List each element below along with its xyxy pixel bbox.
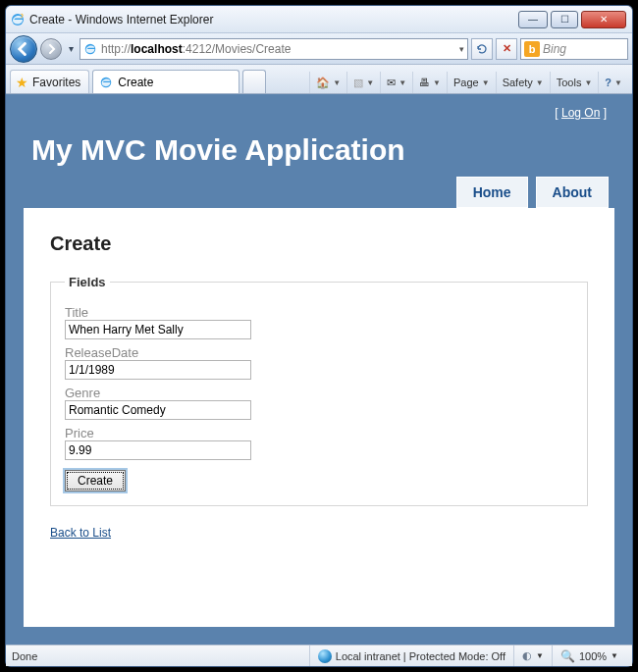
zone-text: Local intranet | Protected Mode: Off [336, 650, 505, 662]
print-icon: 🖶 [419, 77, 430, 88]
safety-menu[interactable]: Safety▼ [496, 72, 550, 93]
mail-button[interactable]: ✉▼ [380, 72, 412, 93]
label-releasedate: ReleaseDate [65, 345, 573, 360]
page-icon [83, 42, 97, 56]
nav-toolbar: ▾ http://localhost:4212/Movies/Create ▾ … [6, 33, 632, 65]
nav-about[interactable]: About [536, 177, 609, 208]
tab-page-icon [99, 76, 113, 89]
arrow-left-icon [17, 42, 30, 56]
search-box[interactable]: b Bing [520, 38, 628, 60]
window: Create - Windows Internet Explorer — ☐ ✕… [5, 5, 633, 667]
input-releasedate[interactable] [65, 360, 251, 380]
window-controls: — ☐ ✕ [518, 11, 626, 28]
feeds-button[interactable]: ▧▼ [346, 72, 380, 93]
input-genre[interactable] [65, 400, 251, 420]
favorites-label: Favorites [32, 76, 80, 89]
globe-icon [318, 649, 332, 663]
app-title: My MVC Movie Application [24, 129, 614, 177]
refresh-button[interactable] [471, 38, 493, 60]
titlebar: Create - Windows Internet Explorer — ☐ ✕ [6, 6, 632, 33]
status-bar: Done Local intranet | Protected Mode: Of… [6, 645, 632, 666]
back-button[interactable] [10, 35, 37, 63]
page-menu[interactable]: Page▼ [447, 72, 496, 93]
ie-logo-icon [10, 12, 26, 27]
print-button[interactable]: 🖶▼ [412, 72, 447, 93]
create-button[interactable]: Create [65, 470, 126, 491]
zone-section[interactable]: Local intranet | Protected Mode: Off [309, 646, 513, 666]
home-icon: 🏠 [316, 77, 330, 89]
mail-icon: ✉ [387, 77, 396, 89]
window-title: Create - Windows Internet Explorer [29, 13, 518, 26]
viewport: [ Log On ] My MVC Movie Application Home… [6, 94, 632, 645]
forward-button[interactable] [40, 38, 62, 60]
label-title: Title [65, 305, 573, 320]
fields-fieldset: Fields Title ReleaseDate Genre Price Cre… [50, 275, 588, 506]
stop-icon: ✕ [503, 42, 511, 55]
address-bar[interactable]: http://localhost:4212/Movies/Create ▾ [80, 38, 468, 60]
nav-tabs: Home About [24, 177, 614, 208]
page: [ Log On ] My MVC Movie Application Home… [6, 94, 632, 645]
logon-area: [ Log On ] [24, 100, 614, 129]
favorites-button[interactable]: ★ Favorites [10, 70, 89, 93]
help-button[interactable]: ?▼ [598, 72, 628, 93]
input-title[interactable] [65, 320, 251, 339]
rss-icon: ▧ [353, 77, 363, 89]
zoom-value: 100% [579, 650, 607, 662]
address-url: http://localhost:4212/Movies/Create [101, 42, 455, 56]
status-text: Done [12, 650, 37, 662]
label-price: Price [65, 426, 573, 440]
address-dropdown-icon[interactable]: ▾ [459, 44, 464, 54]
label-genre: Genre [65, 386, 573, 400]
tab-create[interactable]: Create [92, 70, 239, 93]
close-button[interactable]: ✕ [581, 11, 626, 28]
nav-home[interactable]: Home [456, 177, 528, 208]
maximize-button[interactable]: ☐ [551, 11, 578, 28]
input-price[interactable] [65, 440, 251, 460]
magnifier-icon: 🔍 [560, 649, 575, 663]
tools-menu[interactable]: Tools▼ [550, 72, 599, 93]
tab-title: Create [118, 76, 153, 89]
fieldset-legend: Fields [65, 275, 110, 289]
search-placeholder: Bing [543, 42, 566, 56]
protected-mode-section[interactable]: ◐▼ [513, 646, 552, 666]
zoom-section[interactable]: 🔍 100% ▼ [552, 646, 626, 666]
refresh-icon [476, 43, 488, 55]
command-bar: 🏠▼ ▧▼ ✉▼ 🖶▼ Page▼ Safety▼ Tools▼ ?▼ [309, 72, 628, 93]
shield-icon: ◐ [522, 649, 532, 662]
stop-button[interactable]: ✕ [496, 38, 517, 60]
content: Create Fields Title ReleaseDate Genre Pr… [24, 208, 614, 627]
help-icon: ? [605, 77, 611, 88]
home-button[interactable]: 🏠▼ [309, 72, 346, 93]
logon-link[interactable]: Log On [561, 106, 600, 120]
bing-icon: b [524, 41, 540, 57]
new-tab-button[interactable] [242, 70, 266, 93]
back-to-list-link[interactable]: Back to List [50, 526, 588, 540]
arrow-right-icon [46, 44, 56, 54]
tab-toolbar: ★ Favorites Create 🏠▼ ▧▼ ✉▼ 🖶▼ Page▼ Saf… [6, 65, 632, 94]
history-dropdown[interactable]: ▾ [65, 43, 77, 54]
minimize-button[interactable]: — [518, 11, 548, 28]
star-icon: ★ [16, 75, 28, 90]
page-heading: Create [50, 233, 588, 261]
